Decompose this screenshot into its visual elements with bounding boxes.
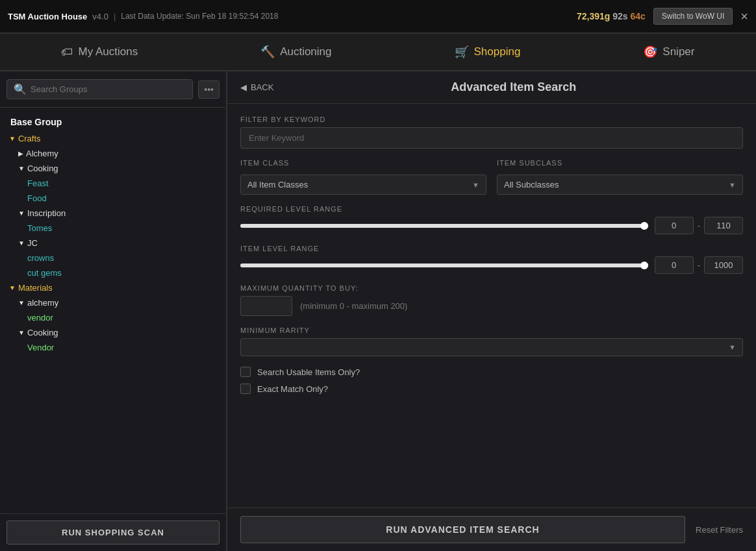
run-advanced-item-search-button[interactable]: RUN ADVANCED ITEM SEARCH	[240, 516, 685, 543]
tree-item-food[interactable]: Food	[0, 191, 226, 206]
search-icon: 🔍	[14, 83, 27, 95]
search-usable-checkbox[interactable]	[240, 367, 251, 377]
nav-shopping-label: Shopping	[474, 45, 521, 58]
page-title: Advanced Item Search	[284, 80, 743, 94]
nav-shopping[interactable]: 🛒 Shopping	[442, 40, 534, 64]
item-level-thumb[interactable]	[640, 262, 648, 269]
search-options-button[interactable]: •••	[198, 80, 220, 99]
nav-sniper[interactable]: 🎯 Sniper	[630, 40, 707, 64]
sidebar: 🔍 ••• Base Group ▼ Crafts ▶ Alchemy	[0, 71, 227, 551]
req-level-max-input[interactable]	[704, 217, 743, 234]
reset-filters-button[interactable]: Reset Filters	[696, 525, 743, 535]
tree-item-cooking-mat[interactable]: ▼ Cooking	[0, 325, 226, 340]
max-qty-label: MAXIMUM QUANTITY TO BUY:	[240, 284, 743, 292]
title-bar: TSM Auction House v4.0 | Last Data Updat…	[0, 0, 756, 34]
req-level-track	[240, 224, 648, 228]
group-tree: Base Group ▼ Crafts ▶ Alchemy ▼ Cook	[0, 108, 226, 513]
chevron-down-icon-4: ▼	[18, 239, 25, 247]
auctioning-icon: 🔨	[260, 45, 275, 59]
sidebar-footer: RUN SHOPPING SCAN	[0, 513, 226, 551]
item-level-track	[240, 263, 648, 267]
exact-match-checkbox[interactable]	[240, 384, 251, 394]
nav-auctioning[interactable]: 🔨 Auctioning	[247, 40, 344, 64]
tree-item-cooking[interactable]: ▼ Cooking	[0, 161, 226, 176]
item-level-max-input[interactable]	[704, 256, 743, 274]
item-subclass-label: ITEM SUBCLASS	[497, 159, 743, 167]
filter-keyword-label: FILTER BY KEYWORD	[240, 116, 743, 123]
req-level-label: REQUIRED LEVEL RANGE	[240, 205, 743, 213]
tree-jc-label: JC	[27, 238, 38, 248]
tree-vendor-label: vendor	[27, 313, 53, 323]
tree-crowns-label: crowns	[27, 253, 54, 263]
nav-my-auctions-label: My Auctions	[78, 45, 138, 58]
max-qty-input[interactable]	[240, 296, 292, 316]
exact-match-label: Exact Match Only?	[257, 384, 328, 394]
content-area: ◀ BACK Advanced Item Search FILTER BY KE…	[227, 71, 756, 551]
chevron-down-icon-3: ▼	[18, 210, 25, 217]
chevron-down-icon-5: ▼	[9, 284, 16, 291]
item-level-range-row: -	[240, 256, 743, 274]
item-level-slider[interactable]	[240, 260, 648, 271]
title-right: 72,391g 92s 64c Switch to WoW UI ×	[577, 8, 748, 25]
max-qty-hint: (minimum 0 - maximum 200)	[300, 301, 407, 311]
chevron-right-icon: ▶	[18, 150, 23, 157]
silver-amount: 92	[612, 11, 623, 21]
search-input[interactable]	[31, 84, 186, 94]
dropdown-arrow-icon-2: ▼	[729, 181, 736, 189]
item-class-label: ITEM CLASS	[240, 159, 486, 167]
item-class-dropdown[interactable]: All Item Classes ▼	[240, 175, 486, 195]
tree-cut-gems-label: cut gems	[27, 268, 62, 278]
min-rarity-label: MINIMUM RARITY	[240, 326, 743, 334]
req-level-min-input[interactable]	[655, 217, 694, 234]
close-button[interactable]: ×	[740, 10, 748, 23]
currency-display: 72,391g 92s 64c	[577, 11, 646, 21]
tree-item-vendor[interactable]: vendor	[0, 310, 226, 325]
tree-item-feast[interactable]: Feast	[0, 176, 226, 191]
max-qty-row: (minimum 0 - maximum 200)	[240, 296, 743, 316]
tree-item-tomes[interactable]: Tomes	[0, 221, 226, 236]
req-level-slider[interactable]	[240, 221, 648, 231]
sniper-icon: 🎯	[643, 45, 657, 59]
keyword-input[interactable]	[240, 127, 743, 149]
item-level-fill	[240, 263, 648, 267]
tree-cooking-label: Cooking	[27, 164, 58, 173]
title-left: TSM Auction House v4.0 | Last Data Updat…	[8, 12, 278, 21]
req-level-thumb[interactable]	[640, 222, 648, 230]
tree-item-cut-gems[interactable]: cut gems	[0, 265, 226, 280]
run-shopping-scan-button[interactable]: RUN SHOPPING SCAN	[6, 520, 220, 545]
class-subclass-row: ITEM CLASS All Item Classes ▼ ITEM SUBCL…	[240, 159, 743, 195]
tree-alchemy-label: Alchemy	[26, 149, 58, 158]
gold-amount: 72,391	[577, 11, 605, 21]
dropdown-arrow-icon: ▼	[472, 181, 479, 189]
tree-item-jc[interactable]: ▼ JC	[0, 236, 226, 251]
rarity-dropdown-arrow-icon: ▼	[729, 343, 736, 351]
req-level-inputs: -	[655, 217, 743, 234]
tree-tomes-label: Tomes	[27, 223, 52, 233]
req-level-fill	[240, 224, 648, 228]
tree-item-alchemy-mat[interactable]: ▼ alchemy	[0, 295, 226, 310]
tree-item-vendor2[interactable]: Vendor	[0, 340, 226, 355]
search-input-wrapper[interactable]: 🔍	[6, 79, 193, 99]
tree-item-crowns[interactable]: crowns	[0, 251, 226, 265]
tree-materials-label: Materials	[18, 283, 53, 293]
chevron-down-icon: ▼	[9, 135, 16, 142]
item-level-label: ITEM LEVEL RANGE	[240, 245, 743, 252]
content-header: ◀ BACK Advanced Item Search	[227, 71, 756, 104]
item-level-min-input[interactable]	[655, 256, 694, 274]
content-body: FILTER BY KEYWORD ITEM CLASS All Item Cl…	[227, 104, 756, 508]
item-subclass-dropdown[interactable]: All Subclasses ▼	[497, 175, 743, 195]
min-rarity-dropdown[interactable]: ▼	[240, 338, 743, 356]
switch-to-wow-ui-button[interactable]: Switch to WoW UI	[653, 8, 733, 25]
tree-item-crafts[interactable]: ▼ Crafts	[0, 131, 226, 146]
tree-cooking-mat-label: Cooking	[27, 328, 58, 337]
nav-my-auctions[interactable]: 🏷 My Auctions	[48, 40, 151, 64]
exact-match-row: Exact Match Only?	[240, 384, 743, 394]
req-level-range-row: -	[240, 217, 743, 234]
range-separator-2: -	[698, 260, 700, 270]
version: v4.0	[92, 12, 108, 21]
back-arrow-icon: ◀	[240, 82, 247, 92]
tree-item-inscription[interactable]: ▼ Inscription	[0, 206, 226, 221]
back-button[interactable]: ◀ BACK	[240, 82, 273, 92]
tree-item-materials[interactable]: ▼ Materials	[0, 280, 226, 295]
tree-item-alchemy[interactable]: ▶ Alchemy	[0, 146, 226, 161]
